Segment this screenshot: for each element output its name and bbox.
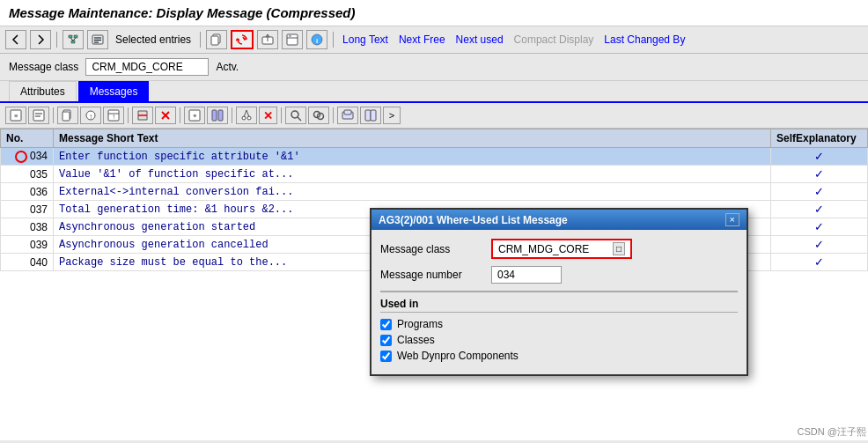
page-title: Message Maintenance: Display Message (Co… (9, 5, 355, 20)
inner-btn-4[interactable]: ↑ (80, 107, 101, 124)
row-no: 034 (1, 148, 54, 166)
modal-divider (380, 291, 738, 292)
svg-rect-48 (365, 110, 371, 121)
inner-btn-find[interactable] (285, 107, 306, 124)
svg-line-40 (244, 110, 246, 117)
inner-btn-3[interactable] (57, 107, 78, 124)
col-self-exp: SelfExplanatory (771, 129, 868, 148)
inner-btn-1[interactable]: ≡ (5, 107, 26, 124)
next-used-button[interactable]: Next used (452, 32, 507, 48)
modal-class-label: Message class (380, 243, 486, 255)
svg-text:⌖: ⌖ (193, 112, 197, 120)
inner-btn-10[interactable] (337, 107, 358, 124)
inner-btn-cut[interactable] (236, 107, 257, 124)
header-button[interactable] (282, 30, 303, 49)
modal-checkbox[interactable] (380, 335, 392, 346)
export-button[interactable] (257, 30, 278, 49)
row-self-exp: ✓ (771, 236, 868, 254)
main-content: ≡ ↑ ↑ ⌖ ✕ (0, 103, 868, 440)
svg-line-3 (70, 38, 73, 41)
modal-titlebar: AG3(2)/001 Where-Used List Message × (371, 210, 747, 230)
inner-btn-find2[interactable] (308, 107, 329, 124)
modal-checkbox[interactable] (380, 319, 392, 330)
table-row[interactable]: 036External<->internal conversion fai...… (1, 183, 868, 201)
back-button[interactable] (5, 30, 26, 49)
selected-entries-icon[interactable] (87, 30, 108, 49)
tab-attributes[interactable]: Attributes (9, 81, 77, 101)
inner-btn-del[interactable]: ✕ (259, 107, 277, 124)
next-free-button[interactable]: Next Free (395, 32, 449, 48)
row-no: 036 (1, 183, 54, 201)
svg-rect-13 (287, 34, 298, 45)
svg-rect-24 (63, 112, 70, 121)
copy-button[interactable] (206, 30, 227, 49)
compact-display-button[interactable]: Compact Display (511, 32, 598, 48)
svg-rect-49 (371, 110, 376, 121)
svg-line-43 (298, 117, 301, 121)
row-self-exp: ✓ (771, 254, 868, 271)
modal-checkbox-label: Classes (397, 334, 435, 346)
row-text: Value '&1' of function specific at... (54, 166, 771, 183)
inner-btn-5[interactable]: ↑ (103, 107, 124, 124)
modal-close-button[interactable]: × (725, 213, 739, 226)
inner-btn-9[interactable] (207, 107, 228, 124)
long-text-button[interactable]: Long Text (339, 32, 392, 48)
tab-messages[interactable]: Messages (78, 81, 150, 101)
modal-checkbox[interactable] (380, 351, 392, 362)
svg-rect-20 (33, 110, 44, 121)
inner-sep2 (128, 107, 129, 123)
row-self-exp: ✓ (771, 218, 868, 236)
where-used-modal[interactable]: AG3(2)/001 Where-Used List Message × Mes… (370, 208, 748, 376)
message-class-label: Message class (9, 61, 78, 73)
sync-button[interactable] (231, 30, 254, 49)
info-button[interactable]: i (306, 30, 327, 49)
modal-checkbox-row: Web Dynpro Components (380, 350, 738, 362)
row-no: 035 (1, 166, 54, 183)
row-no: 037 (1, 201, 54, 218)
svg-point-42 (291, 111, 298, 118)
table-row[interactable]: 035Value '&1' of function specific at...… (1, 166, 868, 183)
inner-sep1 (53, 107, 54, 123)
modal-checkbox-label: Web Dynpro Components (397, 350, 519, 362)
svg-text:≡: ≡ (14, 113, 18, 119)
inner-btn-11[interactable] (360, 107, 381, 124)
inner-btn-6[interactable] (132, 107, 153, 124)
row-self-exp: ✓ (771, 166, 868, 183)
sep3 (333, 32, 334, 48)
svg-line-41 (246, 110, 249, 117)
inner-btn-7[interactable] (155, 107, 176, 124)
tabs-bar: Attributes Messages (0, 81, 868, 103)
row-no: 040 (1, 254, 54, 271)
checkmark-icon: ✓ (814, 203, 824, 216)
selected-entries-label[interactable]: Selected entries (112, 32, 195, 48)
table-row[interactable]: 034Enter function specific attribute '&1… (1, 148, 868, 166)
last-changed-button[interactable]: Last Changed By (600, 32, 688, 48)
actv-label: Actv. (216, 61, 239, 73)
checkmark-icon: ✓ (814, 167, 824, 181)
col-no: No. (1, 129, 54, 148)
checkmark-icon: ✓ (814, 238, 824, 251)
modal-checkboxes: ProgramsClassesWeb Dynpro Components (380, 318, 738, 362)
inner-btn-8[interactable]: ⌖ (184, 107, 205, 124)
inner-btn-more[interactable]: > (383, 107, 401, 124)
tree-button[interactable] (63, 30, 84, 49)
message-class-bar: Message class CRM_MDG_CORE Actv. (0, 54, 868, 81)
modal-body: Message class CRM_MDG_CORE □ Message num… (371, 230, 747, 374)
svg-rect-15 (289, 35, 291, 38)
col-short-text: Message Short Text (54, 129, 771, 148)
inner-sep4 (232, 107, 232, 123)
svg-line-4 (73, 38, 76, 41)
message-class-value: CRM_MDG_CORE (85, 58, 209, 76)
modal-used-in-label: Used in (380, 298, 738, 313)
inner-btn-2[interactable] (28, 107, 49, 124)
forward-button[interactable] (30, 30, 51, 49)
svg-text:i: i (316, 37, 318, 45)
row-text: Enter function specific attribute '&1' (54, 148, 771, 166)
svg-rect-10 (211, 36, 218, 45)
row-self-exp: ✓ (771, 148, 868, 166)
selected-row-indicator (15, 151, 27, 163)
svg-text:↑: ↑ (89, 113, 92, 121)
svg-text:↑: ↑ (112, 113, 115, 121)
modal-copy-button[interactable]: □ (613, 242, 625, 255)
row-no: 039 (1, 236, 54, 254)
